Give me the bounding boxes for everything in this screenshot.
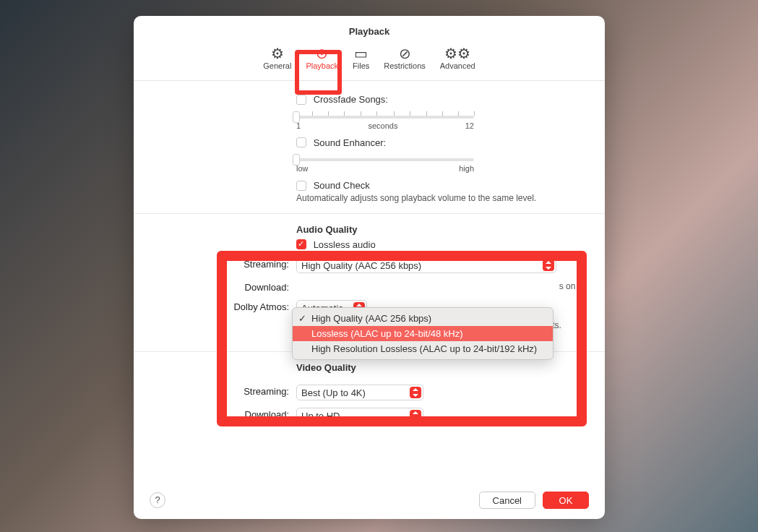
dolby-label: Dolby Atmos:: [155, 300, 296, 312]
soundcheck-checkbox[interactable]: [296, 181, 306, 191]
lossless-checkbox[interactable]: [296, 239, 306, 249]
tab-advanced[interactable]: ⚙︎⚙︎ Advanced: [433, 43, 483, 73]
help-button[interactable]: ?: [150, 492, 165, 508]
soundcheck-label: Sound Check: [314, 180, 370, 191]
divider: [134, 213, 605, 214]
tab-label: Playback: [306, 61, 338, 70]
video-quality-heading: Video Quality: [296, 362, 583, 373]
enhancer-slider[interactable]: [296, 158, 474, 161]
tab-restrictions[interactable]: ⊘ Restrictions: [376, 43, 432, 73]
gears-icon: ⚙︎⚙︎: [444, 46, 470, 61]
lossless-label: Lossless audio: [314, 239, 376, 250]
settings-body: Crossfade Songs: 1 seconds 12 Soun: [134, 81, 605, 424]
window-title: Playback: [134, 16, 605, 37]
toolbar: ⚙︎ General ⊙ Playback ▭ Files ⊘ Restrict…: [134, 43, 605, 81]
tab-playback[interactable]: ⊙ Playback: [298, 43, 345, 73]
ok-button[interactable]: OK: [543, 492, 589, 509]
chevron-updown-icon: [543, 259, 554, 271]
audio-quality-heading: Audio Quality: [296, 224, 583, 235]
cancel-button[interactable]: Cancel: [479, 492, 535, 509]
popup-option-high-quality[interactable]: High Quality (AAC 256 kbps): [293, 311, 553, 326]
crossfade-slider[interactable]: [296, 116, 474, 119]
footer: ? Cancel OK: [134, 481, 605, 519]
tab-label: General: [263, 61, 291, 70]
popup-option-lossless[interactable]: Lossless (ALAC up to 24-bit/48 kHz): [293, 326, 553, 341]
chevron-updown-icon: [410, 410, 421, 421]
download-desc-fragment: s on: [559, 281, 576, 291]
folder-icon: ▭: [354, 46, 368, 61]
audio-download-label: Download:: [155, 280, 296, 293]
tab-label: Advanced: [440, 61, 475, 70]
video-download-row: Download: Up to HD: [155, 408, 583, 424]
audio-streaming-select[interactable]: High Quality (AAC 256 kbps): [296, 257, 556, 273]
video-download-select[interactable]: Up to HD: [296, 408, 423, 424]
tab-files[interactable]: ▭ Files: [345, 43, 376, 73]
audio-streaming-label: Streaming:: [155, 257, 296, 270]
crossfade-row: Crossfade Songs: 1 seconds 12: [155, 94, 583, 130]
slider-thumb[interactable]: [293, 111, 300, 123]
download-quality-popup: High Quality (AAC 256 kbps) Lossless (AL…: [292, 307, 554, 360]
enhancer-slider-labels: low high: [296, 164, 474, 173]
tab-general[interactable]: ⚙︎ General: [256, 43, 298, 73]
no-entry-icon: ⊘: [399, 46, 411, 61]
enhancer-label: Sound Enhancer:: [314, 137, 386, 148]
video-download-label: Download:: [155, 408, 296, 420]
play-circle-icon: ⊙: [316, 46, 328, 61]
soundcheck-desc: Automatically adjusts song playback volu…: [296, 193, 583, 203]
video-streaming-row: Streaming: Best (Up to 4K): [155, 385, 583, 400]
popup-option-hires-lossless[interactable]: High Resolution Lossless (ALAC up to 24-…: [293, 341, 553, 356]
audio-heading-row: Audio Quality Lossless audio: [155, 224, 583, 251]
chevron-updown-icon: [410, 387, 421, 398]
tab-label: Files: [353, 61, 369, 70]
video-streaming-select[interactable]: Best (Up to 4K): [296, 385, 423, 400]
soundcheck-row: Sound Check Automatically adjusts song p…: [155, 180, 583, 203]
audio-download-row: Download: s on: [155, 280, 583, 293]
select-value: High Quality (AAC 256 kbps): [301, 260, 421, 271]
audio-streaming-row: Streaming: High Quality (AAC 256 kbps): [155, 257, 583, 273]
crossfade-checkbox[interactable]: [296, 95, 306, 105]
enhancer-row: Sound Enhancer: low high: [155, 137, 583, 173]
slider-thumb[interactable]: [293, 154, 300, 166]
preferences-sheet: Playback ⚙︎ General ⊙ Playback ▭ Files ⊘…: [134, 16, 605, 519]
select-value: Best (Up to 4K): [301, 387, 366, 398]
video-heading-row: Video Quality: [155, 362, 583, 377]
enhancer-checkbox[interactable]: [296, 137, 306, 147]
gear-icon: ⚙︎: [271, 46, 284, 61]
video-streaming-label: Streaming:: [155, 385, 296, 397]
tab-label: Restrictions: [384, 61, 425, 70]
crossfade-slider-labels: 1 seconds 12: [296, 121, 474, 130]
crossfade-label: Crossfade Songs:: [314, 94, 388, 105]
select-value: Up to HD: [301, 411, 340, 421]
